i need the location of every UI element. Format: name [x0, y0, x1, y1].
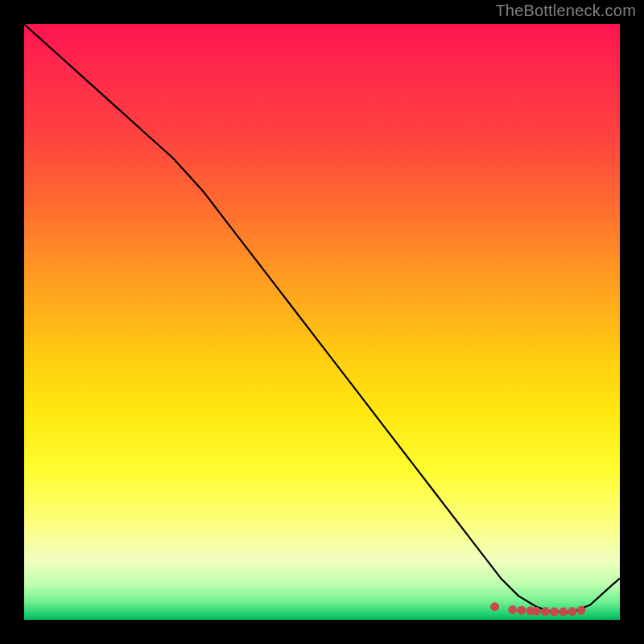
chart-overlay: [24, 24, 620, 620]
chart-frame: TheBottleneck.com: [0, 0, 644, 644]
data-marker: [551, 608, 559, 616]
data-marker: [577, 606, 585, 614]
bottleneck-curve: [24, 24, 620, 612]
marker-group: [491, 603, 585, 616]
data-marker: [532, 607, 540, 615]
watermark-text: TheBottleneck.com: [495, 2, 636, 20]
data-marker: [568, 608, 576, 616]
data-marker: [559, 608, 568, 616]
data-marker: [509, 605, 517, 613]
data-marker: [518, 606, 526, 614]
data-marker: [542, 608, 550, 616]
data-marker: [491, 603, 499, 611]
